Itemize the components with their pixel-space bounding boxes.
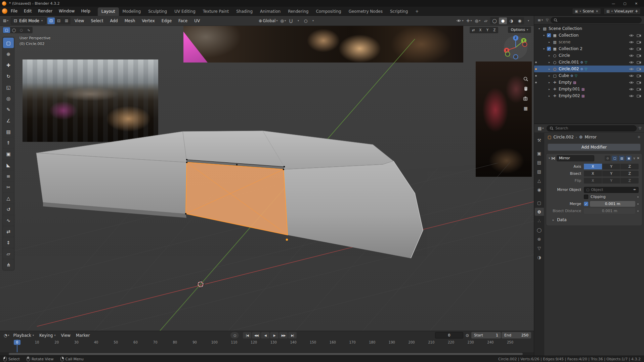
transport-button[interactable]: ▶ (270, 332, 278, 338)
outliner-row[interactable]: ▸ ✓ ○ Circle (534, 52, 644, 59)
toolbar-tool[interactable]: ↻ (3, 71, 14, 81)
workspace-tab[interactable]: + (412, 7, 422, 16)
clipping-checkbox[interactable] (584, 195, 588, 199)
viewport-menu[interactable]: Mesh (122, 17, 138, 25)
properties-tab[interactable]: ▧ (535, 167, 544, 175)
item-name[interactable]: Circle.002 (559, 67, 579, 71)
scene-selector[interactable]: ▣ ▾ Scene ✕ (572, 8, 601, 14)
hide-in-viewport-icon[interactable] (629, 47, 634, 51)
workspace-tab[interactable]: Rendering (284, 7, 312, 16)
modifier-display-toggle[interactable]: ⊙ (605, 156, 610, 161)
close-button[interactable]: ✕ (631, 0, 642, 7)
menubar-menu[interactable]: File (8, 7, 20, 15)
timeline-menu[interactable]: Playback▾ (11, 332, 37, 339)
properties-tab[interactable]: ∴ (535, 217, 544, 225)
snap-settings-button[interactable]: ▾ (295, 17, 302, 25)
gizmo-x-neg-ball[interactable] (523, 42, 527, 47)
pivot-point-button[interactable]: ◎▾ (279, 17, 287, 25)
outliner-searchbox[interactable] (551, 17, 642, 23)
data-subpanel-toggle[interactable]: ▸ Data (546, 215, 642, 222)
viewport-menu[interactable]: Face (176, 17, 190, 25)
toolbar-tool[interactable]: ⊕ (3, 49, 14, 59)
outliner-row[interactable]: ▸ ✓ ▥ scene (534, 39, 644, 45)
viewport-menu[interactable]: Add (107, 17, 120, 25)
blender-menu-icon[interactable] (2, 8, 7, 14)
hide-in-viewport-icon[interactable] (629, 67, 634, 71)
outliner-row[interactable]: ▸ ✓ ○ Circle.001 ⚙ ▽ (534, 59, 644, 66)
axis-toggle-button[interactable]: X (477, 27, 484, 33)
flip-toggle[interactable]: Y (602, 178, 620, 184)
mode-selector[interactable]: ⊡ Edit Mode ▾ (11, 17, 46, 25)
toolbar-tool[interactable]: ≡ (3, 171, 14, 181)
viewport-menu[interactable]: Vertex (139, 17, 158, 25)
workspace-tab[interactable]: Geometry Nodes (345, 7, 386, 16)
outliner-row[interactable]: ▾ ✓ ▦ Collection (534, 32, 644, 39)
toolbar-tool[interactable]: ▱ (3, 248, 14, 259)
shading-settings-button[interactable]: ▾ (525, 17, 532, 25)
select-mode-toggle[interactable]: ⊟ (55, 17, 62, 24)
viewport-menu[interactable]: Edge (159, 17, 174, 25)
workspace-tab[interactable]: Texture Paint (199, 7, 232, 16)
axis-toggle-button[interactable]: Y (484, 27, 491, 33)
item-name[interactable]: Empty (559, 80, 572, 85)
disable-in-render-icon[interactable] (637, 54, 641, 57)
proportional-edit-toggle[interactable]: ○ (302, 17, 309, 25)
flip-toggle[interactable]: Z (620, 178, 639, 184)
disable-in-render-icon[interactable] (637, 81, 641, 84)
item-name[interactable]: Collection 2 (559, 46, 583, 51)
toolbar-tool[interactable]: ⇄ (3, 226, 14, 237)
toolbar-tool[interactable]: ⇑ (3, 137, 14, 148)
scene-canvas[interactable] (0, 26, 534, 331)
gizmo-z-neg-ball[interactable] (514, 55, 518, 59)
toolbar-tool[interactable]: ▢ (3, 38, 14, 48)
workspace-tab[interactable]: Shading (232, 7, 256, 16)
navigation-gizmo[interactable]: X Y Z (503, 35, 528, 61)
bisect-toggle[interactable]: Y (602, 171, 620, 176)
item-name[interactable]: Empty.001 (559, 87, 580, 91)
properties-tab[interactable]: ⚒ (535, 136, 544, 144)
breadcrumb-modifier[interactable]: Mirror (585, 135, 597, 139)
frame-end-field[interactable]: End250 (502, 332, 531, 338)
hide-in-viewport-icon[interactable] (629, 61, 634, 64)
toolbar-tool[interactable]: ◎ (3, 93, 14, 104)
select-tool-variant-button[interactable]: ◯ (10, 27, 17, 33)
viewport-menu[interactable]: View (72, 17, 87, 25)
disable-in-render-icon[interactable] (637, 87, 641, 91)
workspace-tab[interactable]: Compositing (312, 7, 345, 16)
properties-tab[interactable]: ▽ (535, 244, 544, 252)
toolbar-tool[interactable]: ◱ (3, 82, 14, 92)
disable-in-render-icon[interactable] (637, 61, 641, 64)
hide-in-viewport-icon[interactable] (629, 74, 634, 78)
use-preview-range-icon[interactable]: ⊙ (464, 332, 471, 339)
ortho-grid-icon[interactable]: ▦ (522, 104, 530, 112)
axis-lock-icon[interactable]: ⇄ (470, 27, 477, 33)
select-tool-variant-button[interactable]: ▢ (3, 27, 10, 33)
properties-tab[interactable]: ⊗ (535, 235, 544, 243)
timeline-menu[interactable]: Keying▾ (37, 332, 58, 339)
toolbar-tool[interactable]: ✂ (3, 182, 14, 192)
disclosure-arrow-icon[interactable]: ▸ (548, 54, 551, 57)
properties-tab[interactable]: ◯ (535, 226, 544, 234)
item-name[interactable]: Cube (559, 73, 569, 78)
select-mode-toggle[interactable]: ⊞ (63, 17, 70, 24)
pin-icon[interactable]: ✧ (637, 135, 641, 139)
zoom-icon[interactable] (522, 75, 530, 83)
properties-tab[interactable]: ◑ (535, 253, 544, 261)
timeline-scrollbar[interactable] (9, 353, 523, 355)
axis-toggle[interactable]: X (584, 164, 602, 169)
disable-in-render-icon[interactable] (637, 34, 641, 37)
editor-type-button[interactable]: ⊞▾ (2, 17, 9, 25)
hide-in-viewport-icon[interactable] (629, 34, 634, 37)
outliner-row[interactable]: ▸ ✓ ✛ Empty.001 ▨ (534, 86, 644, 92)
expand-icon[interactable]: ▾ (549, 157, 550, 160)
item-name[interactable]: Circle (559, 53, 570, 58)
proportional-falloff-button[interactable]: ▾ (310, 17, 316, 25)
workspace-tab[interactable]: Animation (256, 7, 284, 16)
disable-in-render-icon[interactable] (637, 67, 641, 71)
timeline-menu[interactable]: View▾ (58, 332, 73, 339)
eyedropper-icon[interactable]: ✒ (633, 188, 636, 192)
toolbar-tool[interactable]: ↺ (3, 204, 14, 214)
item-name[interactable]: Empty.002 (559, 93, 580, 98)
outliner-editor-type-button[interactable]: ≡▾ (536, 16, 544, 24)
flip-toggle[interactable]: X (584, 178, 602, 184)
